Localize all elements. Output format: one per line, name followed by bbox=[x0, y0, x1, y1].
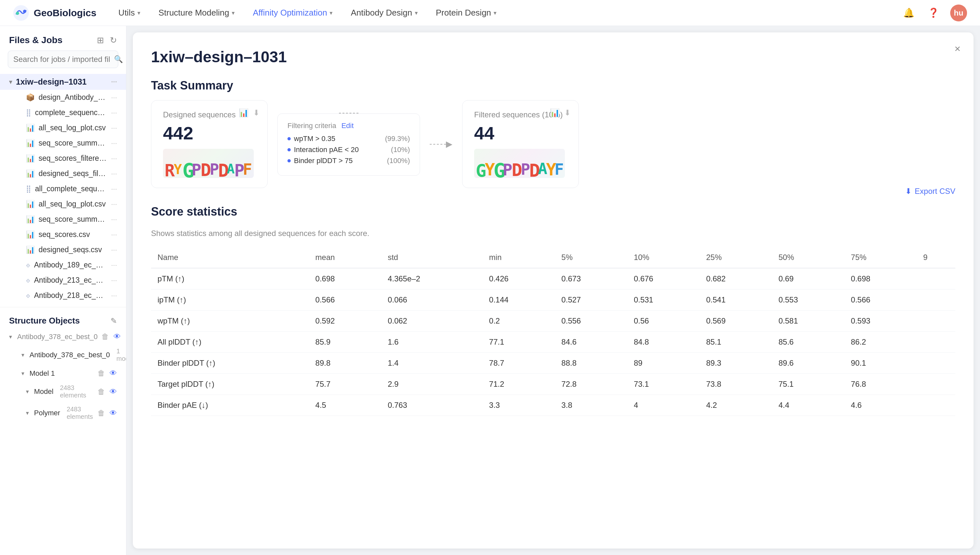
nav-antibody-design[interactable]: Antibody Design ▾ bbox=[345, 5, 423, 21]
csv-icon: 📊 bbox=[26, 139, 35, 148]
help-button[interactable]: ❓ bbox=[926, 5, 941, 21]
cell-p50: 89.6 bbox=[772, 353, 844, 374]
cell-p5: 84.6 bbox=[555, 332, 627, 353]
avatar[interactable]: hu bbox=[950, 5, 967, 21]
cell-name: Target plDDT (↑) bbox=[151, 374, 309, 395]
filter-edit-button[interactable]: Edit bbox=[341, 122, 354, 130]
filter-title: Filtering criteria Edit bbox=[287, 122, 410, 130]
delete-icon-3[interactable]: 🗑 bbox=[98, 387, 105, 396]
list-item[interactable]: 📊 seq_score_summary.csv ··· bbox=[17, 135, 126, 151]
sidebar-divider bbox=[0, 307, 126, 307]
file-more-icon[interactable]: ··· bbox=[111, 170, 117, 178]
score-stats-title: Score statistics bbox=[151, 205, 237, 218]
cell-p5: 0.556 bbox=[555, 311, 627, 332]
list-item[interactable]: 📊 seq_score_summary.csv ··· bbox=[17, 212, 126, 227]
filter-row-0: wpTM > 0.35 (99.3%) bbox=[287, 135, 410, 143]
visibility-icon-3[interactable]: 👁 bbox=[109, 387, 117, 396]
file-more-icon[interactable]: ··· bbox=[111, 246, 117, 254]
structure-objects-icon[interactable]: ✎ bbox=[110, 316, 117, 326]
filter-text-1: Interaction pAE < 20 bbox=[294, 146, 359, 154]
list-item[interactable]: ⟐ Antibody_213_ec_best_3.pdb ··· bbox=[17, 273, 126, 288]
export-csv-button[interactable]: ⬇ Export CSV bbox=[905, 187, 955, 196]
search-input[interactable] bbox=[13, 55, 110, 64]
file-more-icon[interactable]: ··· bbox=[111, 231, 117, 239]
sidebar: Files & Jobs ⊞ ↻ 🔍 ▾ 1xiw–design–1031 ··… bbox=[0, 26, 127, 555]
cell-min: 0.426 bbox=[482, 268, 555, 289]
file-more-icon[interactable]: ··· bbox=[111, 139, 117, 148]
file-tree: ▾ 1xiw–design–1031 ··· 📦 design_Antibody… bbox=[0, 74, 126, 555]
file-name: seq_scores_filtered.csv bbox=[38, 154, 107, 163]
nav-affinity-optimization[interactable]: Affinity Optimization ▾ bbox=[247, 5, 338, 21]
bar-chart-icon[interactable]: 📊 bbox=[239, 108, 248, 117]
cell-p75: 90.1 bbox=[844, 353, 917, 374]
nav-items: Utils ▾ Structure Modeling ▾ Affinity Op… bbox=[112, 5, 502, 21]
close-button[interactable]: × bbox=[954, 43, 961, 55]
list-item[interactable]: 📊 designed_seqs_filtered.csv ··· bbox=[17, 166, 126, 181]
cell-std: 1.6 bbox=[381, 332, 482, 353]
nav-utils[interactable]: Utils ▾ bbox=[112, 5, 146, 21]
sequence-logo-svg-1: R Y G P D P D A P F bbox=[163, 149, 254, 178]
cell-p75: 0.593 bbox=[844, 311, 917, 332]
struct-item-2[interactable]: ▾ Model 1 🗑 👁 bbox=[0, 366, 126, 381]
struct-badge-3: 2483 elements bbox=[60, 384, 94, 399]
struct-item-4[interactable]: ▾ Polymer 2483 elements 🗑 👁 bbox=[0, 402, 126, 424]
csv-icon: 📊 bbox=[26, 170, 35, 178]
file-more-icon[interactable]: ··· bbox=[111, 215, 117, 224]
list-item[interactable]: ⟐ Antibody_189_ec_best_4.pdb ··· bbox=[17, 257, 126, 273]
file-more-icon[interactable]: ··· bbox=[111, 276, 117, 285]
list-item[interactable]: ⣿ complete_sequence_filtered.fasta ··· bbox=[17, 105, 126, 120]
list-item[interactable]: 📦 design_Antibody_pdb.tar.gz ··· bbox=[17, 90, 126, 105]
bar-chart-icon-2[interactable]: 📊 bbox=[550, 108, 560, 117]
struct-item-1[interactable]: ▾ Antibody_378_ec_best_0 1 model 🗑 👁 bbox=[0, 344, 126, 366]
table-body: pTM (↑) 0.698 4.365e–2 0.426 0.673 0.676… bbox=[151, 268, 955, 416]
download-icon-2[interactable]: ⬇ bbox=[564, 108, 571, 117]
list-item[interactable]: 📊 designed_seqs.csv ··· bbox=[17, 242, 126, 257]
file-more-icon[interactable]: ··· bbox=[111, 292, 117, 300]
col-std: std bbox=[381, 247, 482, 268]
refresh-icon[interactable]: ↻ bbox=[110, 35, 117, 45]
tree-root-item[interactable]: ▾ 1xiw–design–1031 ··· bbox=[0, 74, 126, 90]
pdb-icon: ⟐ bbox=[26, 261, 30, 269]
file-more-icon[interactable]: ··· bbox=[111, 154, 117, 163]
col-p75: 75% bbox=[844, 247, 917, 268]
file-more-icon[interactable]: ··· bbox=[111, 93, 117, 102]
list-item[interactable]: ⟐ Antibody_218_ec_best_2.pdb ··· bbox=[17, 288, 126, 303]
nav-protein-design[interactable]: Protein Design ▾ bbox=[430, 5, 503, 21]
cell-name: Binder plDDT (↑) bbox=[151, 353, 309, 374]
file-more-icon[interactable]: ··· bbox=[111, 124, 117, 132]
file-more-icon[interactable]: ··· bbox=[111, 261, 117, 269]
list-item[interactable]: 📊 all_seq_log_plot.csv ··· bbox=[17, 196, 126, 212]
visibility-icon-4[interactable]: 👁 bbox=[109, 409, 117, 417]
cell-mean: 89.8 bbox=[309, 353, 381, 374]
table-row: Binder pAE (↓) 4.5 0.763 3.3 3.8 4 4.2 4… bbox=[151, 395, 955, 416]
visibility-icon-0[interactable]: 👁 bbox=[114, 332, 121, 341]
visibility-icon-2[interactable]: 👁 bbox=[109, 369, 117, 378]
filter-icon[interactable]: ⊞ bbox=[97, 35, 104, 45]
search-bar: 🔍 bbox=[8, 51, 118, 68]
cell-p10: 89 bbox=[628, 353, 700, 374]
list-item[interactable]: 📊 seq_scores_filtered.csv ··· bbox=[17, 151, 126, 166]
struct-item-3[interactable]: ▾ Model 2483 elements 🗑 👁 bbox=[0, 381, 126, 402]
cell-mean: 85.9 bbox=[309, 332, 381, 353]
svg-point-0 bbox=[13, 5, 29, 21]
file-more-icon[interactable]: ··· bbox=[111, 200, 117, 209]
list-item[interactable]: 📊 all_seq_log_plot.csv ··· bbox=[17, 120, 126, 135]
filter-criteria-card: Filtering criteria Edit wpTM > 0.35 (99.… bbox=[277, 114, 420, 176]
delete-icon-4[interactable]: 🗑 bbox=[98, 409, 105, 417]
struct-chevron-0: ▾ bbox=[9, 333, 12, 340]
file-more-icon[interactable]: ··· bbox=[111, 185, 117, 193]
file-more-icon[interactable]: ··· bbox=[111, 109, 117, 117]
cell-p50: 4.4 bbox=[772, 395, 844, 416]
nav-structure-modeling[interactable]: Structure Modeling ▾ bbox=[153, 5, 240, 21]
task-summary: Designed sequences 442 📊 ⬇ R Y G P D P bbox=[151, 100, 955, 188]
root-more-icon[interactable]: ··· bbox=[111, 78, 117, 86]
logo[interactable]: GeoBiologics bbox=[13, 5, 96, 21]
cell-name: wpTM (↑) bbox=[151, 311, 309, 332]
notifications-button[interactable]: 🔔 bbox=[901, 5, 916, 21]
list-item[interactable]: 📊 seq_scores.csv ··· bbox=[17, 227, 126, 242]
struct-item-0[interactable]: ▾ Antibody_378_ec_best_0 🗑 👁 bbox=[0, 329, 126, 344]
list-item[interactable]: ⣿ all_complete_sequence.fasta ··· bbox=[17, 181, 126, 196]
delete-icon-2[interactable]: 🗑 bbox=[98, 369, 105, 378]
delete-icon-0[interactable]: 🗑 bbox=[101, 332, 109, 341]
download-icon[interactable]: ⬇ bbox=[253, 108, 259, 117]
